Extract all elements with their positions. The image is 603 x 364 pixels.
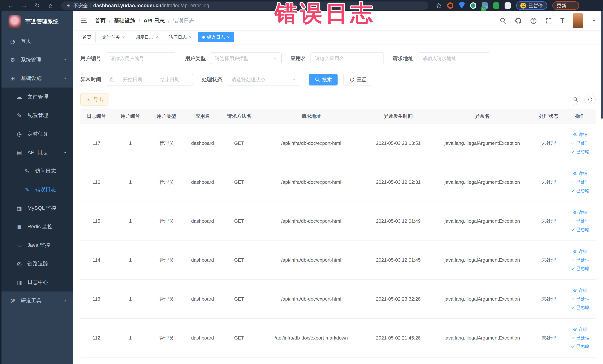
extension-icon[interactable]: [470, 2, 476, 9]
request-url-input[interactable]: [418, 52, 490, 64]
tab-错误日志[interactable]: 错误日志×: [198, 32, 234, 42]
caret-down-icon[interactable]: [591, 18, 596, 23]
action-processed-link[interactable]: 已处理: [571, 296, 590, 302]
extensions-puzzle-icon[interactable]: [505, 2, 511, 9]
paused-label: 已暂停: [529, 2, 543, 9]
tab-首页[interactable]: 首页: [78, 32, 96, 42]
sidebar-logo-row[interactable]: 芋道管理系统: [1, 11, 73, 32]
tab-label: 错误日志: [207, 34, 225, 40]
cell-user-type: 管理员: [149, 201, 185, 240]
extension-icon[interactable]: [447, 2, 453, 9]
action-label: 已忽略: [576, 149, 590, 155]
hamburger-icon[interactable]: [81, 17, 88, 24]
fullscreen-icon[interactable]: [545, 17, 552, 24]
sidebar-item-配置管理[interactable]: ✎配置管理: [1, 106, 73, 125]
cell-url: /api/infra/db-doc/export-html: [258, 124, 365, 163]
tab-定时任务[interactable]: 定时任务×: [98, 32, 129, 42]
search-icon[interactable]: [499, 17, 507, 24]
action-ignored-link[interactable]: 已忽略: [571, 305, 590, 310]
reset-button[interactable]: 重置: [344, 74, 372, 85]
action-ignored-link[interactable]: 已忽略: [571, 266, 590, 271]
address-bar[interactable]: 不安全 dashboard.yudao.iocoder.cn/infra/log…: [61, 1, 428, 10]
font-size-icon[interactable]: T: [560, 17, 564, 24]
sidebar-item-链路追踪[interactable]: ◎链路追踪: [1, 254, 73, 273]
search-button[interactable]: 搜索: [309, 74, 337, 85]
cell-log-id: 113: [81, 280, 112, 318]
sidebar-item-Redis 监控[interactable]: ≣Redis 监控: [1, 217, 73, 236]
sidebar-item-首页[interactable]: ◔首页: [1, 32, 73, 50]
action-processed-link[interactable]: 已处理: [571, 179, 590, 185]
sidebar-item-Java 监控[interactable]: ☕Java 监控: [1, 236, 73, 254]
action-processed-link[interactable]: 已处理: [571, 218, 590, 224]
extension-icon[interactable]: [493, 2, 499, 9]
github-icon[interactable]: [515, 17, 522, 24]
sidebar-item-文件管理[interactable]: ☁文件管理: [1, 88, 73, 106]
close-icon[interactable]: ×: [227, 35, 230, 40]
reload-icon[interactable]: ↻: [32, 2, 43, 9]
forward-icon[interactable]: →: [18, 2, 30, 9]
date-range-picker[interactable]: -: [106, 74, 193, 85]
action-detail-link[interactable]: 详细: [573, 132, 587, 138]
action-ignored-link[interactable]: 已忽略: [571, 149, 590, 155]
bookmark-star-icon[interactable]: [436, 2, 442, 9]
update-button[interactable]: 更新⋮: [552, 1, 579, 10]
app-name-input[interactable]: [311, 52, 384, 64]
check-icon: [571, 336, 575, 340]
check-icon: [571, 266, 575, 271]
action-ignored-link[interactable]: 已忽略: [571, 227, 590, 233]
home-icon[interactable]: ⌂: [45, 2, 56, 9]
action-processed-link[interactable]: 已处理: [571, 140, 590, 146]
action-processed-link[interactable]: 已处理: [571, 335, 590, 341]
tab-访问日志[interactable]: 访问日志×: [165, 32, 196, 42]
close-icon[interactable]: ×: [122, 35, 125, 40]
refresh-table-button[interactable]: [584, 94, 596, 105]
close-icon[interactable]: ×: [156, 35, 158, 40]
user-id-input[interactable]: [106, 52, 176, 64]
action-label: 详细: [579, 287, 587, 293]
action-ignored-link[interactable]: 已忽略: [571, 343, 590, 349]
cell-user-type: 管理员: [149, 163, 185, 201]
sidebar-item-日志中心[interactable]: ▥日志中心: [1, 273, 73, 292]
breadcrumb-item[interactable]: API 日志: [143, 17, 165, 24]
profile-paused-chip[interactable]: 已暂停: [516, 1, 547, 10]
column-header: 操作: [565, 109, 596, 124]
column-header: 日志编号: [81, 109, 112, 124]
check-icon: [571, 305, 575, 310]
extension-icon[interactable]: [459, 2, 465, 9]
action-detail-link[interactable]: 详细: [573, 326, 587, 332]
process-status-select[interactable]: 请选择处理状态: [227, 74, 300, 85]
breadcrumb-item[interactable]: 首页: [95, 17, 106, 24]
back-icon[interactable]: ←: [5, 2, 16, 9]
sidebar-item-错误日志[interactable]: ✎错误日志: [1, 180, 73, 199]
action-detail-link[interactable]: 详细: [573, 248, 587, 254]
sidebar-item-API 日志[interactable]: ▤API 日志: [1, 143, 73, 162]
sidebar-item-label: 访问日志: [35, 167, 68, 175]
sidebar-item-研发工具[interactable]: ⚒研发工具: [1, 292, 73, 310]
extension-icon[interactable]: on: [482, 2, 488, 9]
sidebar-item-MySQL 监控[interactable]: ▦MySQL 监控: [1, 199, 73, 217]
help-icon[interactable]: [530, 17, 537, 24]
export-button[interactable]: 导出: [81, 93, 109, 106]
action-label: 详细: [579, 210, 587, 215]
start-date-input[interactable]: [118, 77, 147, 82]
hide-search-button[interactable]: [570, 94, 581, 105]
tab-调度日志[interactable]: 调度日志×: [131, 32, 162, 42]
action-ignored-link[interactable]: 已忽略: [571, 188, 590, 194]
action-detail-link[interactable]: 详细: [573, 210, 587, 215]
action-detail-link[interactable]: 详细: [573, 287, 587, 293]
menu-dots-icon[interactable]: ⋮: [569, 4, 575, 7]
action-processed-link[interactable]: 已处理: [571, 257, 590, 263]
scrollbar-thumb[interactable]: [601, 11, 603, 119]
end-date-input[interactable]: [155, 77, 185, 82]
user-type-select[interactable]: 请选择用户类型: [210, 52, 282, 64]
action-detail-link[interactable]: 详细: [573, 171, 587, 176]
sidebar-item-定时任务[interactable]: ◷定时任务: [1, 125, 73, 143]
user-avatar[interactable]: [573, 13, 583, 28]
mysql-icon: ▦: [16, 205, 23, 211]
sidebar-item-系统管理[interactable]: ⚙系统管理: [1, 50, 73, 69]
sidebar-item-基础设施[interactable]: ⊞基础设施: [1, 69, 73, 88]
breadcrumb-item[interactable]: 基础设施: [114, 17, 135, 24]
close-icon[interactable]: ×: [189, 35, 191, 40]
url-path: /infra/log/api-error-log: [162, 3, 209, 8]
sidebar-item-访问日志[interactable]: ✎访问日志: [1, 162, 73, 180]
